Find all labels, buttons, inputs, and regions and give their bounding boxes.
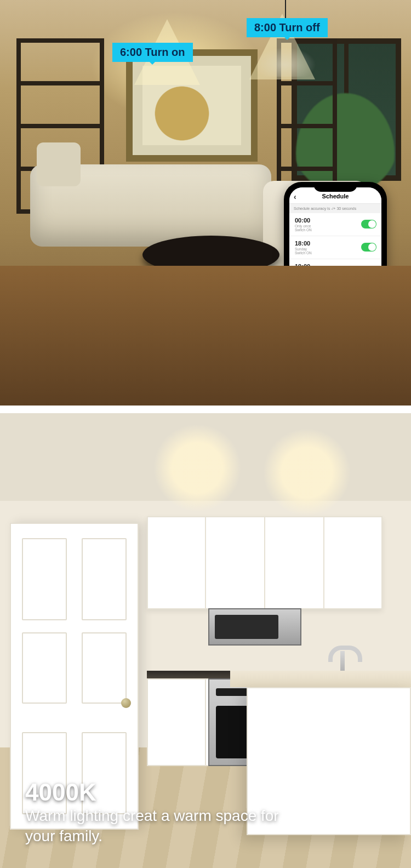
schedule-toggle[interactable] xyxy=(361,289,376,298)
schedule-meta: Only onceSwitch ON xyxy=(295,316,376,324)
phone-notch xyxy=(313,182,357,192)
timer-off-label: 8:00 Turn off xyxy=(247,18,328,37)
schedule-time: 19:00 xyxy=(295,263,376,270)
sofa xyxy=(30,164,271,247)
schedule-row[interactable]: 19:00 Only onceSwitch ON xyxy=(289,259,381,282)
add-schedule-button[interactable]: Add Schedule xyxy=(289,378,381,396)
temp-caption: 4000K Warm lighting creat a warm space f… xyxy=(25,779,310,846)
color-temp-panel: 4000K Warm lighting creat a warm space f… xyxy=(0,413,411,868)
schedule-row[interactable]: 00:00 Only onceSwitch ON xyxy=(289,213,381,236)
schedule-row[interactable]: 21:00 Only onceSwitch ON xyxy=(289,305,381,328)
schedule-toggle[interactable] xyxy=(361,220,376,229)
timer-on-label: 6:00 Turn on xyxy=(112,43,193,62)
schedule-toggle[interactable] xyxy=(361,243,376,252)
schedule-toggle[interactable] xyxy=(361,266,376,275)
timer-line1: Turn on/off a pre-set time xyxy=(27,338,384,363)
microwave xyxy=(208,608,301,646)
coffee-table xyxy=(142,236,279,274)
schedule-time: 21:00 xyxy=(295,309,376,316)
schedule-meta: Only onceSwitch ON xyxy=(295,293,376,301)
schedule-toggle[interactable] xyxy=(361,312,376,321)
color-temp-value: 4000K xyxy=(25,779,310,806)
door-knob xyxy=(121,698,131,708)
color-temp-desc: Warm lighting creat a warm space for you… xyxy=(25,806,310,846)
schedule-time: 20:00 xyxy=(295,286,376,293)
timer-title: Timer xyxy=(27,300,384,336)
phone-mockup: ‹ Schedule Schedule accuracy is -/+ 30 s… xyxy=(284,182,387,401)
schedule-meta: Only onceSwitch ON xyxy=(295,270,376,278)
back-icon[interactable]: ‹ xyxy=(294,192,296,201)
phone-screen: ‹ Schedule Schedule accuracy is -/+ 30 s… xyxy=(289,187,381,396)
timer-caption: Timer Turn on/off a pre-set time Wake up… xyxy=(0,290,411,406)
schedule-title: Schedule xyxy=(322,193,349,199)
schedule-accuracy-note: Schedule accuracy is -/+ 30 seconds xyxy=(289,204,381,213)
schedule-row[interactable]: 18:00 SundaySwitch ON xyxy=(289,236,381,259)
panel-gap xyxy=(0,406,411,413)
timer-line2: Wake up with favorite color xyxy=(27,365,384,390)
timer-feature-panel: 6:00 Turn on 8:00 Turn off Timer Turn on… xyxy=(0,0,411,406)
upper-cabinets xyxy=(147,516,383,609)
schedule-row[interactable]: 20:00 Only onceSwitch ON xyxy=(289,282,381,305)
